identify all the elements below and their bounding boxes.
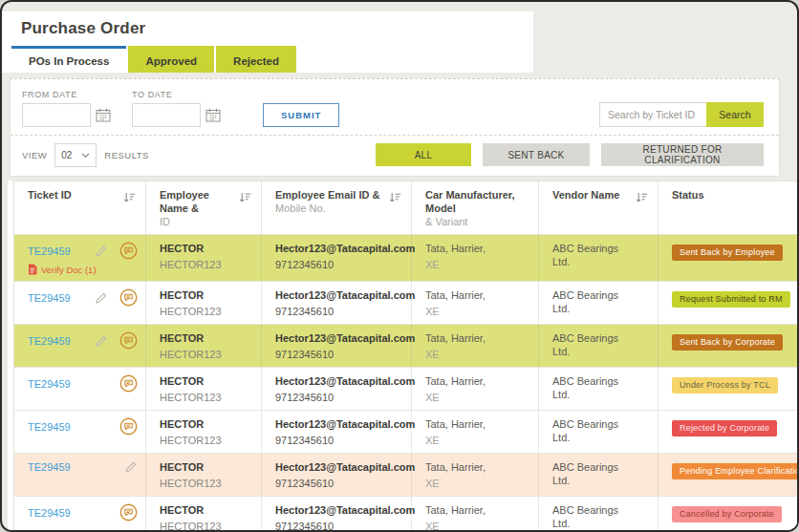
table-row: TE29459HECTORHECTOR123Hector123@Tatacapi…: [14, 368, 797, 411]
status-cell: Rejected by Corporate: [659, 411, 797, 453]
employee-name-cell: HECTORHECTOR123: [146, 411, 262, 453]
ticket-id-link[interactable]: TE29459: [28, 378, 83, 390]
date-filter-row: FROM DATE TO DATE: [22, 85, 764, 129]
employee-mobile: 9712345610: [275, 258, 403, 271]
vendor-name: ABC Bearings: [552, 417, 650, 431]
ticket-id-cell: TE29459: [14, 411, 146, 453]
tab-strip: POs In Process Approved Rejected: [2, 46, 797, 73]
car-cell: Tata, Harrier,XE: [412, 325, 539, 367]
column-header-ticket-id[interactable]: Ticket ID: [14, 181, 146, 234]
employee-id: HECTOR123: [160, 305, 253, 318]
employee-email-cell: Hector123@Tatacapital.com9712345610: [262, 497, 412, 532]
employee-id: HECTOR123: [160, 348, 253, 361]
employee-name-cell: HECTORHECTOR123: [146, 497, 262, 532]
ticket-id-cell: TE29459: [14, 368, 146, 410]
chat-icon[interactable]: [119, 331, 138, 350]
status-cell: Sent Back by Employee: [659, 235, 797, 281]
employee-mobile: 9712345610: [275, 477, 403, 490]
employee-email: Hector123@Tatacapital.com: [275, 374, 403, 388]
employee-email: Hector123@Tatacapital.com: [275, 331, 403, 345]
chat-icon[interactable]: [119, 417, 138, 436]
chat-icon[interactable]: [119, 242, 138, 260]
filter-returned-for-clarification-button[interactable]: RETURNED FOR CLARIFICATION: [601, 143, 764, 166]
filter-all-button[interactable]: ALL: [376, 143, 471, 166]
employee-name: HECTOR: [160, 288, 253, 302]
table-row: TE29459HECTORHECTOR123Hector123@Tatacapi…: [14, 497, 797, 532]
status-cell: Sent Back by Corporate: [659, 325, 797, 367]
car-cell: Tata, Harrier,XE: [412, 497, 539, 532]
search-input[interactable]: [599, 102, 706, 127]
ticket-id-link[interactable]: TE29459: [28, 507, 83, 519]
vendor-cell: ABC BearingsLtd.: [539, 282, 659, 324]
status-badge: Under Process by TCL: [672, 377, 778, 394]
employee-mobile: 9712345610: [275, 348, 403, 361]
ticket-id-cell: TE29459: [14, 454, 146, 496]
table-header: Ticket ID Employee Name & ID Employee Em…: [14, 181, 797, 235]
filter-sent-back-button[interactable]: SENT BACK: [483, 143, 590, 166]
tab-rejected[interactable]: Rejected: [216, 46, 296, 73]
title-band: Purchase Order: [2, 11, 797, 46]
employee-email-cell: Hector123@Tatacapital.com9712345610: [262, 411, 412, 453]
column-header-employee-name[interactable]: Employee Name & ID: [146, 181, 262, 234]
submit-button[interactable]: SUBMIT: [263, 103, 339, 127]
sort-icon[interactable]: [239, 190, 251, 207]
from-date-label: FROM DATE: [22, 90, 111, 99]
verify-doc-link[interactable]: Verify Doc (1): [28, 264, 138, 275]
column-header-employee-email[interactable]: Employee Email ID & Mobile No.: [262, 181, 412, 234]
calendar-icon[interactable]: [205, 108, 221, 122]
vendor-name: ABC Bearings: [552, 288, 650, 302]
filter-panel: FROM DATE TO DATE: [10, 78, 780, 177]
car-variant: XE: [425, 258, 530, 271]
table-row: TE29459HECTORHECTOR123Hector123@Tatacapi…: [14, 282, 797, 325]
employee-name: HECTOR: [160, 503, 253, 517]
chat-icon[interactable]: [119, 288, 138, 307]
vendor-name-line2: Ltd.: [552, 345, 650, 358]
employee-name: HECTOR: [160, 331, 253, 345]
status-badge: Sent Back by Employee: [672, 245, 783, 261]
car-cell: Tata, Harrier,XE: [412, 282, 539, 324]
from-date-input[interactable]: [22, 103, 91, 127]
vendor-name-line2: Ltd.: [552, 388, 650, 401]
ticket-id-link[interactable]: TE29459: [28, 335, 83, 347]
table-row: TE29459HECTORHECTOR123Hector123@Tatacapi…: [14, 411, 797, 454]
car-model: Tata, Harrier,: [425, 460, 530, 474]
purchase-order-screen: Purchase Order POs In Process Approved R…: [0, 0, 799, 532]
to-date-input[interactable]: [132, 103, 201, 127]
employee-email-cell: Hector123@Tatacapital.com9712345610: [262, 282, 412, 324]
tab-pos-in-process[interactable]: POs In Process: [11, 46, 126, 73]
chat-icon[interactable]: [119, 503, 138, 521]
employee-mobile: 9712345610: [275, 520, 403, 532]
edit-icon[interactable]: [95, 334, 108, 348]
vendor-name: ABC Bearings: [552, 460, 650, 474]
dashed-divider: [11, 135, 779, 136]
vendor-cell: ABC BearingsLtd.: [539, 497, 659, 532]
status-cell: Cancelled by Corporate: [659, 497, 797, 532]
edit-icon[interactable]: [95, 245, 108, 258]
employee-email: Hector123@Tatacapital.com: [275, 460, 403, 474]
edit-icon[interactable]: [95, 291, 108, 305]
status-badge: Request Submitted to RM: [672, 291, 790, 308]
page-title: Purchase Order: [21, 19, 145, 38]
search-button[interactable]: Search: [706, 102, 764, 127]
calendar-icon[interactable]: [96, 108, 111, 122]
car-model: Tata, Harrier,: [425, 242, 530, 255]
table-body: TE29459Verify Doc (1)HECTORHECTOR123Hect…: [14, 235, 797, 532]
sort-icon[interactable]: [636, 190, 648, 207]
vendor-name-line2: Ltd.: [552, 255, 650, 268]
ticket-id-link[interactable]: TE29459: [28, 245, 83, 257]
ticket-id-link[interactable]: TE29459: [28, 461, 83, 473]
edit-icon[interactable]: [124, 460, 138, 474]
chat-icon[interactable]: [119, 374, 138, 393]
ticket-id-link[interactable]: TE29459: [28, 421, 83, 433]
car-model: Tata, Harrier,: [425, 374, 530, 388]
sort-icon[interactable]: [123, 190, 136, 207]
ticket-id-link[interactable]: TE29459: [28, 292, 83, 304]
ticket-id-cell: TE29459: [14, 497, 146, 532]
status-badge: Sent Back by Corporate: [672, 334, 783, 351]
car-variant: XE: [425, 348, 530, 361]
column-header-vendor[interactable]: Vendor Name: [539, 181, 659, 234]
results-per-page-select[interactable]: 02: [54, 143, 97, 167]
employee-id: HECTOR123: [160, 258, 253, 271]
sort-icon[interactable]: [389, 190, 401, 207]
tab-approved[interactable]: Approved: [128, 46, 214, 73]
